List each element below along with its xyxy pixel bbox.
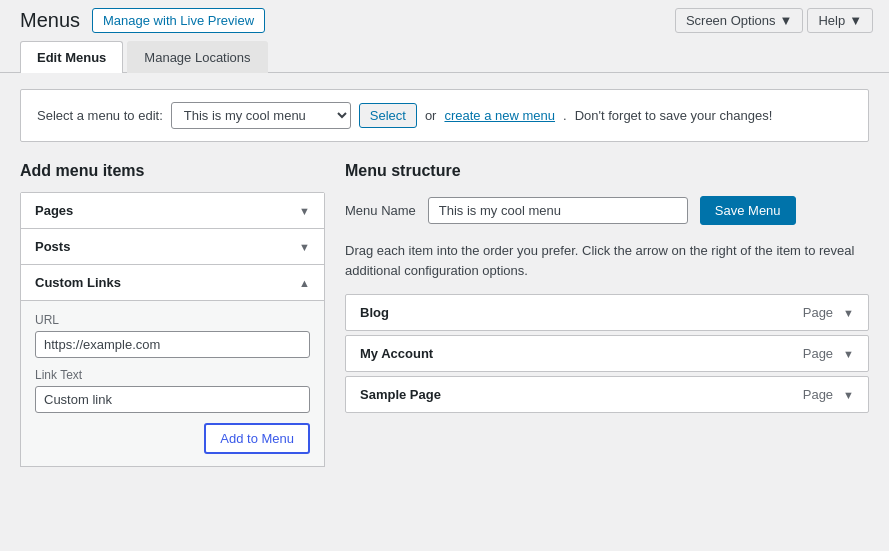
link-text-input[interactable] [35, 386, 310, 413]
link-text-label: Link Text [35, 368, 310, 382]
menu-item-my-account-type: Page [803, 346, 833, 361]
two-col-layout: Add menu items Pages ▼ Posts ▼ Custom Li… [20, 162, 869, 466]
menu-item-my-account-title: My Account [360, 346, 433, 361]
add-menu-items-title: Add menu items [20, 162, 325, 180]
screen-options-label: Screen Options [686, 13, 776, 28]
menu-structure-title: Menu structure [345, 162, 869, 180]
create-new-menu-link[interactable]: create a new menu [444, 108, 555, 123]
tab-manage-locations[interactable]: Manage Locations [127, 41, 267, 73]
menu-item-blog-type: Page [803, 305, 833, 320]
menu-item-my-account-chevron-down-icon[interactable]: ▼ [843, 348, 854, 360]
accordion-pages-label: Pages [35, 203, 73, 218]
posts-chevron-down-icon: ▼ [299, 241, 310, 253]
help-label: Help [818, 13, 845, 28]
right-panel: Menu structure Menu Name Save Menu Drag … [345, 162, 869, 417]
save-changes-note: Don't forget to save your changes! [575, 108, 773, 123]
custom-links-chevron-up-icon: ▲ [299, 277, 310, 289]
screen-options-button[interactable]: Screen Options ▼ [675, 8, 803, 33]
menu-item-sample-page-chevron-down-icon[interactable]: ▼ [843, 389, 854, 401]
accordion-posts-label: Posts [35, 239, 70, 254]
menu-item-blog-title: Blog [360, 305, 389, 320]
help-chevron-icon: ▼ [849, 13, 862, 28]
top-bar-right: Screen Options ▼ Help ▼ [675, 8, 873, 33]
drag-note: Drag each item into the order you prefer… [345, 241, 869, 280]
top-bar-left: Menus Manage with Live Preview [20, 8, 265, 33]
menu-select-dropdown[interactable]: This is my cool menu [171, 102, 351, 129]
save-note: . [563, 108, 567, 123]
url-input[interactable] [35, 331, 310, 358]
tabs-bar: Edit Menus Manage Locations [0, 41, 889, 73]
menu-items-list: Blog Page ▼ My Account Page ▼ Sample Pag… [345, 294, 869, 413]
accordion-custom-links-header[interactable]: Custom Links ▲ [21, 265, 324, 300]
or-text: or [425, 108, 437, 123]
add-to-menu-button[interactable]: Add to Menu [204, 423, 310, 454]
menu-name-label: Menu Name [345, 203, 416, 218]
live-preview-button[interactable]: Manage with Live Preview [92, 8, 265, 33]
select-menu-bar: Select a menu to edit: This is my cool m… [20, 89, 869, 142]
accordion-posts: Posts ▼ [20, 228, 325, 265]
menu-name-row: Menu Name Save Menu [345, 196, 869, 225]
link-text-row: Link Text [35, 368, 310, 413]
accordion-pages: Pages ▼ [20, 192, 325, 229]
menu-item-sample-page-type: Page [803, 387, 833, 402]
screen-options-chevron-icon: ▼ [780, 13, 793, 28]
menu-item-blog[interactable]: Blog Page ▼ [345, 294, 869, 331]
menu-item-sample-page-right: Page ▼ [803, 387, 854, 402]
menu-item-blog-chevron-down-icon[interactable]: ▼ [843, 307, 854, 319]
pages-chevron-down-icon: ▼ [299, 205, 310, 217]
accordion-pages-header[interactable]: Pages ▼ [21, 193, 324, 228]
tab-edit-menus[interactable]: Edit Menus [20, 41, 123, 73]
menu-item-sample-page[interactable]: Sample Page Page ▼ [345, 376, 869, 413]
url-label: URL [35, 313, 310, 327]
menu-item-blog-right: Page ▼ [803, 305, 854, 320]
accordion-custom-links: Custom Links ▲ URL Link Text Add to Menu [20, 264, 325, 467]
url-row: URL [35, 313, 310, 358]
custom-links-body: URL Link Text Add to Menu [21, 300, 324, 466]
accordion-custom-links-label: Custom Links [35, 275, 121, 290]
left-panel: Add menu items Pages ▼ Posts ▼ Custom Li… [20, 162, 325, 466]
top-bar: Menus Manage with Live Preview Screen Op… [0, 0, 889, 41]
page-title: Menus [20, 9, 80, 32]
menu-item-my-account-right: Page ▼ [803, 346, 854, 361]
menu-item-sample-page-title: Sample Page [360, 387, 441, 402]
help-button[interactable]: Help ▼ [807, 8, 873, 33]
accordion-posts-header[interactable]: Posts ▼ [21, 229, 324, 264]
menu-name-input[interactable] [428, 197, 688, 224]
menu-item-my-account[interactable]: My Account Page ▼ [345, 335, 869, 372]
select-menu-label: Select a menu to edit: [37, 108, 163, 123]
main-content: Select a menu to edit: This is my cool m… [0, 73, 889, 482]
save-menu-button[interactable]: Save Menu [700, 196, 796, 225]
select-menu-button[interactable]: Select [359, 103, 417, 128]
